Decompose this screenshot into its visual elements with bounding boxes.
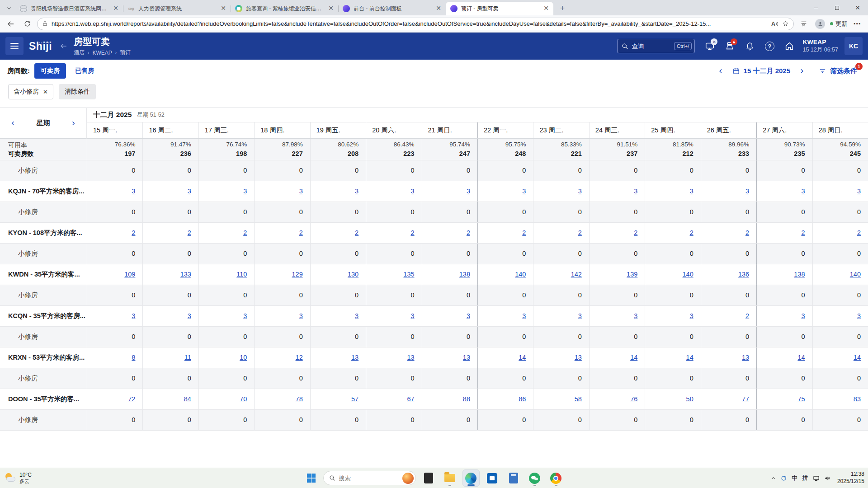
- sync-icon[interactable]: [780, 475, 787, 482]
- window-close-button[interactable]: ✕: [847, 0, 868, 15]
- breadcrumb-property[interactable]: KWEAP: [92, 50, 112, 56]
- ime-pinyin-indicator[interactable]: 拼: [802, 474, 808, 482]
- room-count-link[interactable]: 2: [745, 311, 749, 320]
- display-icon[interactable]: [813, 475, 820, 482]
- next-date-chevron-icon[interactable]: [797, 66, 807, 76]
- tab-close-icon[interactable]: ✕: [327, 5, 335, 12]
- room-count-link[interactable]: 14: [854, 353, 861, 362]
- room-count-link[interactable]: 135: [403, 270, 414, 279]
- global-search[interactable]: Ctrl+/: [617, 39, 695, 53]
- sold-rooms-button[interactable]: 已售房: [71, 63, 99, 79]
- ime-language-indicator[interactable]: 中: [792, 474, 798, 482]
- room-count-link[interactable]: 72: [128, 394, 135, 404]
- room-count-link[interactable]: 10: [240, 353, 247, 362]
- room-count-link[interactable]: 2: [857, 228, 861, 237]
- wechat-icon[interactable]: [526, 469, 543, 487]
- browser-tab[interactable]: 贵阳机场智选假日酒店系统网址导✕: [15, 2, 123, 15]
- room-count-link[interactable]: 2: [745, 228, 749, 237]
- room-count-link[interactable]: 50: [686, 394, 693, 404]
- room-count-link[interactable]: 75: [797, 394, 805, 404]
- room-count-link[interactable]: 3: [410, 187, 414, 196]
- room-count-link[interactable]: 3: [801, 311, 805, 320]
- calculator-icon[interactable]: [505, 469, 522, 487]
- room-count-link[interactable]: 3: [522, 311, 526, 320]
- taskbar-clock[interactable]: 12:38 2025/12/15: [837, 471, 864, 485]
- room-count-link[interactable]: 3: [522, 187, 526, 196]
- room-count-link[interactable]: 2: [467, 228, 470, 237]
- room-count-link[interactable]: 14: [630, 353, 637, 362]
- room-count-link[interactable]: 130: [348, 270, 359, 279]
- chrome-icon[interactable]: [547, 469, 565, 487]
- room-count-link[interactable]: 3: [578, 311, 582, 320]
- room-count-link[interactable]: 110: [236, 270, 247, 279]
- room-count-link[interactable]: 133: [180, 270, 191, 279]
- room-count-link[interactable]: 3: [634, 187, 637, 196]
- room-count-link[interactable]: 129: [292, 270, 303, 279]
- room-count-link[interactable]: 2: [188, 228, 191, 237]
- home-icon[interactable]: [781, 38, 798, 55]
- room-count-link[interactable]: 3: [132, 187, 135, 196]
- profile-avatar[interactable]: [814, 18, 826, 30]
- browser-menu-button[interactable]: ⋯: [851, 18, 863, 30]
- global-search-input[interactable]: [632, 43, 670, 50]
- url-bar[interactable]: A: [37, 18, 794, 30]
- window-maximize-button[interactable]: [826, 0, 847, 15]
- room-count-link[interactable]: 2: [299, 228, 303, 237]
- room-count-link[interactable]: 2: [690, 228, 693, 237]
- refresh-button[interactable]: [21, 18, 33, 30]
- room-count-link[interactable]: 83: [854, 394, 861, 404]
- back-button[interactable]: [5, 18, 17, 30]
- room-count-link[interactable]: 3: [243, 187, 247, 196]
- room-count-link[interactable]: 2: [355, 228, 359, 237]
- taskbar-search-input[interactable]: [339, 475, 399, 482]
- microsoft-store-icon[interactable]: [484, 469, 501, 487]
- room-count-link[interactable]: 14: [519, 353, 526, 362]
- room-count-link[interactable]: 3: [801, 187, 805, 196]
- room-count-link[interactable]: 3: [857, 311, 861, 320]
- previous-week-chevron-icon[interactable]: [8, 118, 18, 128]
- room-count-link[interactable]: 3: [467, 311, 470, 320]
- room-count-link[interactable]: 3: [578, 187, 582, 196]
- tab-close-icon[interactable]: ✕: [435, 5, 442, 12]
- room-count-link[interactable]: 3: [188, 187, 191, 196]
- browser-tab[interactable]: Shiji人力资源管理系统✕: [123, 2, 231, 15]
- room-count-link[interactable]: 57: [351, 394, 359, 404]
- room-count-link[interactable]: 136: [738, 270, 749, 279]
- room-count-link[interactable]: 86: [519, 394, 526, 404]
- remove-chip-icon[interactable]: ✕: [43, 89, 48, 95]
- previous-date-chevron-icon[interactable]: [716, 66, 726, 76]
- room-count-link[interactable]: 3: [188, 311, 191, 320]
- room-count-link[interactable]: 140: [515, 270, 526, 279]
- start-button[interactable]: [304, 470, 319, 486]
- hamburger-menu-icon[interactable]: [5, 37, 24, 55]
- room-count-link[interactable]: 3: [745, 187, 749, 196]
- room-count-link[interactable]: 2: [243, 228, 247, 237]
- room-count-link[interactable]: 67: [407, 394, 414, 404]
- search-highlight-icon[interactable]: [402, 473, 414, 484]
- read-aloud-icon[interactable]: A: [771, 21, 778, 27]
- room-count-link[interactable]: 70: [240, 394, 247, 404]
- room-count-link[interactable]: 2: [522, 228, 526, 237]
- room-count-link[interactable]: 3: [690, 187, 693, 196]
- room-count-link[interactable]: 3: [355, 187, 359, 196]
- browser-tab[interactable]: 旅客查询 - 紫楠旅馆业治安信息管✕: [231, 2, 338, 15]
- room-count-link[interactable]: 84: [184, 394, 191, 404]
- room-count-link[interactable]: 13: [407, 353, 414, 362]
- room-count-link[interactable]: 3: [690, 311, 693, 320]
- volume-icon[interactable]: [824, 475, 831, 482]
- room-count-link[interactable]: 13: [463, 353, 470, 362]
- room-count-link[interactable]: 3: [857, 187, 861, 196]
- browser-tab[interactable]: 预订 - 房型可卖✕: [446, 2, 553, 15]
- room-count-link[interactable]: 88: [463, 394, 470, 404]
- browser-update-button[interactable]: 更新: [830, 20, 847, 28]
- new-tab-button[interactable]: +: [556, 2, 569, 14]
- room-count-link[interactable]: 2: [132, 228, 135, 237]
- room-count-link[interactable]: 3: [467, 187, 470, 196]
- notifications-bell-icon[interactable]: [741, 38, 758, 55]
- tab-search-chevron-icon[interactable]: [3, 2, 15, 14]
- room-count-link[interactable]: 3: [299, 187, 303, 196]
- date-picker-button[interactable]: 15 十二月 2025: [732, 67, 790, 75]
- property-info[interactable]: KWEAP 15 12月 06:57: [802, 38, 838, 53]
- room-count-link[interactable]: 109: [124, 270, 135, 279]
- cashier-icon[interactable]: [721, 38, 738, 55]
